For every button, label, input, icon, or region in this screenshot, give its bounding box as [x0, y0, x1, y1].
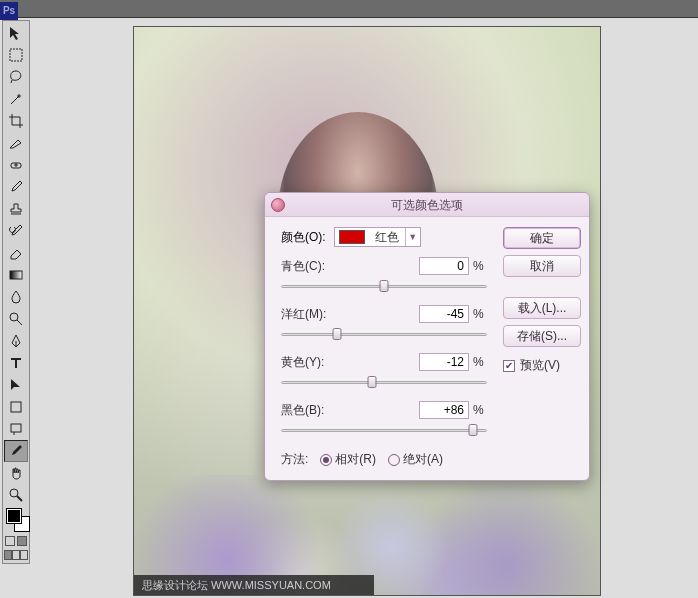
tool-eyedropper[interactable] — [4, 440, 28, 462]
tool-pen[interactable] — [4, 330, 28, 352]
tool-type[interactable] — [4, 352, 28, 374]
tool-stamp[interactable] — [4, 198, 28, 220]
cyan-label: 青色(C): — [281, 258, 339, 275]
tool-zoom[interactable] — [4, 484, 28, 506]
cyan-input[interactable] — [419, 257, 469, 275]
svg-point-6 — [10, 489, 18, 497]
cyan-slider[interactable] — [281, 279, 487, 293]
percent-label: % — [473, 355, 487, 369]
tool-shape[interactable] — [4, 396, 28, 418]
svg-rect-0 — [10, 49, 22, 61]
color-swatches[interactable] — [4, 506, 28, 534]
screenmode-toggle[interactable] — [4, 548, 28, 562]
ok-button[interactable]: 确定 — [503, 227, 581, 249]
tool-lasso[interactable] — [4, 66, 28, 88]
magenta-label: 洋红(M): — [281, 306, 339, 323]
tool-path-select[interactable] — [4, 374, 28, 396]
magenta-input[interactable] — [419, 305, 469, 323]
dialog-title: 可选颜色选项 — [391, 198, 463, 212]
tool-blur[interactable] — [4, 286, 28, 308]
percent-label: % — [473, 307, 487, 321]
method-label: 方法: — [281, 451, 308, 468]
preview-label: 预览(V) — [520, 357, 560, 374]
checkbox-icon: ✔ — [503, 360, 515, 372]
foreground-swatch[interactable] — [7, 509, 21, 523]
svg-rect-5 — [11, 424, 21, 432]
yellow-input[interactable] — [419, 353, 469, 371]
black-slider[interactable] — [281, 423, 487, 437]
black-label: 黑色(B): — [281, 402, 339, 419]
close-icon[interactable] — [271, 198, 285, 212]
load-button[interactable]: 载入(L)... — [503, 297, 581, 319]
colors-label: 颜色(O): — [281, 229, 326, 246]
black-input[interactable] — [419, 401, 469, 419]
tool-crop[interactable] — [4, 110, 28, 132]
footer-watermark: 思缘设计论坛 WWW.MISSYUAN.COM — [134, 575, 374, 595]
tool-move[interactable] — [4, 22, 28, 44]
percent-label: % — [473, 403, 487, 417]
svg-point-3 — [10, 313, 18, 321]
radio-icon — [320, 454, 332, 466]
tool-brush[interactable] — [4, 176, 28, 198]
app-header: Ps — [0, 0, 698, 18]
tool-gradient[interactable] — [4, 264, 28, 286]
cancel-button[interactable]: 取消 — [503, 255, 581, 277]
tool-dodge[interactable] — [4, 308, 28, 330]
magenta-slider[interactable] — [281, 327, 487, 341]
svg-rect-2 — [10, 271, 22, 279]
tool-eraser[interactable] — [4, 242, 28, 264]
percent-label: % — [473, 259, 487, 273]
svg-rect-4 — [11, 402, 21, 412]
tool-slice[interactable] — [4, 132, 28, 154]
selective-color-dialog: 可选颜色选项 颜色(O): 红色 ▼ 青色(C): % 洋红(M): — [264, 192, 590, 481]
color-name: 红色 — [369, 229, 405, 246]
yellow-label: 黄色(Y): — [281, 354, 339, 371]
method-absolute[interactable]: 绝对(A) — [388, 451, 443, 468]
preview-checkbox[interactable]: ✔ 预览(V) — [503, 357, 581, 374]
colors-dropdown[interactable]: 红色 ▼ — [334, 227, 421, 247]
yellow-slider[interactable] — [281, 375, 487, 389]
tool-notes[interactable] — [4, 418, 28, 440]
radio-icon — [388, 454, 400, 466]
toolbox — [2, 20, 30, 564]
dialog-titlebar[interactable]: 可选颜色选项 — [265, 193, 589, 217]
tool-wand[interactable] — [4, 88, 28, 110]
save-button[interactable]: 存储(S)... — [503, 325, 581, 347]
chevron-down-icon: ▼ — [405, 228, 420, 246]
tool-hand[interactable] — [4, 462, 28, 484]
quickmask-toggle[interactable] — [4, 534, 28, 548]
color-swatch-icon — [339, 230, 365, 244]
tool-heal[interactable] — [4, 154, 28, 176]
tool-marquee[interactable] — [4, 44, 28, 66]
app-logo: Ps — [0, 2, 18, 20]
tool-history-brush[interactable] — [4, 220, 28, 242]
method-relative[interactable]: 相对(R) — [320, 451, 376, 468]
